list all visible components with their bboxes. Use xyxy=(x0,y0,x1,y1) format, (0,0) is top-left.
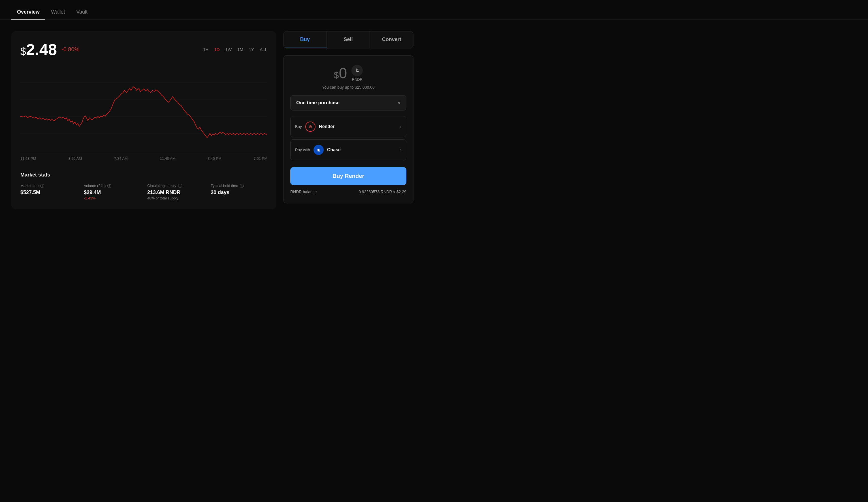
info-icon-market-cap[interactable]: i xyxy=(40,184,44,188)
time-label-2: 3:29 AM xyxy=(68,156,82,161)
amount-display: $0 ⇅ RNDR xyxy=(290,64,406,82)
stat-circulating: Circulating supply i 213.6M RNDR 40% of … xyxy=(147,184,204,200)
purchase-type-selector[interactable]: One time purchase ∨ xyxy=(290,95,406,111)
info-icon-hold[interactable]: i xyxy=(240,184,244,188)
tab-sell[interactable]: Sell xyxy=(327,31,370,48)
currency-label: RNDR xyxy=(352,77,363,82)
filter-1h[interactable]: 1H xyxy=(203,47,208,52)
chart-time-labels: 11:23 PM 3:29 AM 7:34 AM 11:40 AM 3:45 P… xyxy=(20,153,267,164)
render-icon: ⊙ xyxy=(305,122,316,132)
filter-1y[interactable]: 1Y xyxy=(249,47,254,52)
buy-label: Buy xyxy=(295,124,302,129)
time-label-1: 11:23 PM xyxy=(20,156,36,161)
stat-hold-time-label: Typical hold time i xyxy=(211,184,267,188)
buy-panel: $0 ⇅ RNDR You can buy up to $25,000.00 O… xyxy=(283,55,413,203)
buy-asset-name: Render xyxy=(319,124,334,129)
amount-dollar-sign: $ xyxy=(334,70,339,80)
stat-volume-label: Volume (24h) i xyxy=(84,184,141,188)
price-change: -0.80% xyxy=(61,46,79,53)
toggle-arrows-button[interactable]: ⇅ xyxy=(351,65,363,76)
stat-circulating-value: 213.6M RNDR xyxy=(147,189,204,195)
stat-market-cap-label: Market cap i xyxy=(20,184,77,188)
filter-1d[interactable]: 1D xyxy=(214,47,219,52)
buy-row-chevron: › xyxy=(400,124,402,130)
price-chart xyxy=(20,65,267,151)
amount-value: $0 xyxy=(334,64,347,82)
currency-toggle: ⇅ RNDR xyxy=(351,65,363,82)
price-header: $2.48 -0.80% 1H 1D 1W 1M 1Y ALL xyxy=(20,40,267,59)
main-content: $2.48 -0.80% 1H 1D 1W 1M 1Y ALL xyxy=(0,20,425,221)
time-filters: 1H 1D 1W 1M 1Y ALL xyxy=(203,47,267,52)
currency-symbol: $ xyxy=(20,45,26,57)
chart-card: $2.48 -0.80% 1H 1D 1W 1M 1Y ALL xyxy=(11,31,276,209)
current-price: $2.48 xyxy=(20,40,57,59)
stats-grid: Market cap i $527.5M Volume (24h) i $29.… xyxy=(20,184,267,200)
tab-bar: Buy Sell Convert xyxy=(283,31,413,49)
time-label-4: 11:40 AM xyxy=(160,156,176,161)
pay-row-chevron: › xyxy=(400,147,402,153)
buy-limit-text: You can buy up to $25,000.00 xyxy=(290,85,406,90)
stat-volume-value: $29.4M xyxy=(84,189,141,195)
nav-overview[interactable]: Overview xyxy=(11,4,45,20)
tab-convert[interactable]: Convert xyxy=(370,31,413,48)
chase-icon: ◉ xyxy=(313,145,324,155)
stat-circulating-label: Circulating supply i xyxy=(147,184,204,188)
chevron-down-icon: ∨ xyxy=(397,101,401,105)
stat-hold-time-value: 20 days xyxy=(211,189,267,195)
time-label-3: 7:34 AM xyxy=(114,156,128,161)
nav-wallet[interactable]: Wallet xyxy=(45,4,71,20)
filter-1m[interactable]: 1M xyxy=(237,47,243,52)
pay-with-row[interactable]: Pay with ◉ Chase › xyxy=(290,140,406,160)
buy-asset-row[interactable]: Buy ⊙ Render › xyxy=(290,116,406,137)
purchase-type-label: One time purchase xyxy=(296,100,340,106)
market-stats-title: Market stats xyxy=(20,172,267,178)
info-icon-volume[interactable]: i xyxy=(107,184,111,188)
nav-vault[interactable]: Vault xyxy=(71,4,93,20)
buy-render-button[interactable]: Buy Render xyxy=(290,167,406,185)
chart-area xyxy=(20,65,267,151)
filter-1w[interactable]: 1W xyxy=(225,47,232,52)
stat-market-cap: Market cap i $527.5M xyxy=(20,184,77,200)
stat-volume-sub: -1.43% xyxy=(84,196,141,200)
pay-asset-name: Chase xyxy=(327,147,341,152)
right-panel: Buy Sell Convert $0 ⇅ RNDR You can buy u… xyxy=(283,31,413,209)
market-stats: Market stats Market cap i $527.5M Volume… xyxy=(20,172,267,200)
balance-row: RNDR balance 0.92260573 RNDR ≈ $2.29 xyxy=(290,189,406,194)
time-label-5: 3:45 PM xyxy=(208,156,221,161)
time-label-6: 7:51 PM xyxy=(254,156,267,161)
stat-volume: Volume (24h) i $29.4M -1.43% xyxy=(84,184,141,200)
filter-all[interactable]: ALL xyxy=(260,47,267,52)
top-nav: Overview Wallet Vault xyxy=(0,0,868,20)
buy-row-left: Buy ⊙ Render xyxy=(295,122,334,132)
balance-label: RNDR balance xyxy=(290,189,317,194)
stat-market-cap-value: $527.5M xyxy=(20,189,77,195)
stat-hold-time: Typical hold time i 20 days xyxy=(211,184,267,200)
info-icon-circulating[interactable]: i xyxy=(178,184,182,188)
pay-label: Pay with xyxy=(295,147,310,152)
tab-buy[interactable]: Buy xyxy=(283,31,327,48)
stat-circulating-sub: 40% of total supply xyxy=(147,196,204,200)
pay-row-left: Pay with ◉ Chase xyxy=(295,145,341,155)
balance-value: 0.92260573 RNDR ≈ $2.29 xyxy=(359,189,406,194)
